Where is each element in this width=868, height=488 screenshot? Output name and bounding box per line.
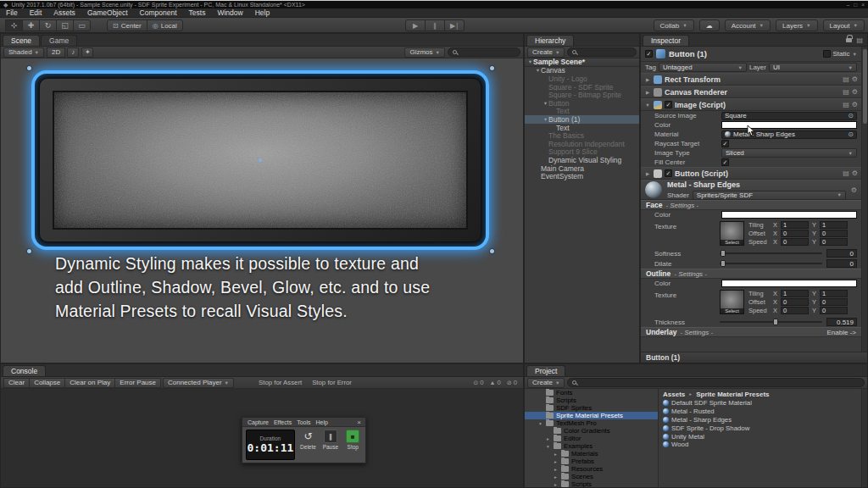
project-folder-item[interactable]: ▸ Editor	[525, 435, 658, 442]
face-color-swatch[interactable]	[721, 211, 857, 219]
uv-y-field[interactable]: 1	[820, 290, 848, 297]
underlay-enable-button[interactable]: Enable ->	[827, 329, 856, 336]
component-enabled-checkbox[interactable]	[665, 101, 672, 108]
layer-dropdown[interactable]: UI▼	[769, 63, 857, 72]
uv-x-field[interactable]: 0	[781, 307, 809, 314]
asset-item[interactable]: Metal - Rusted	[659, 408, 867, 416]
expand-arrow-icon[interactable]: ▸	[553, 467, 559, 472]
hierarchy-create-dropdown[interactable]: Create▼	[527, 47, 565, 58]
console-count-toggle[interactable]: ▲ 0	[490, 379, 501, 386]
expand-arrow-icon[interactable]: ▸	[553, 482, 559, 487]
uv-x-field[interactable]: 1	[781, 290, 809, 297]
menu-item[interactable]: GameObject	[81, 8, 134, 17]
expand-arrow-icon[interactable]: ▸	[553, 459, 559, 464]
asset-item[interactable]: Unity Metal	[659, 432, 867, 441]
hierarchy-item[interactable]: The Basics	[525, 131, 639, 140]
gear-icon[interactable]: ⚙	[852, 88, 858, 96]
slider-track[interactable]	[720, 263, 822, 264]
uv-y-field[interactable]: 0	[820, 298, 848, 306]
scene-effects-dropdown[interactable]: ✦	[81, 47, 93, 58]
close-icon[interactable]: ×	[355, 419, 363, 426]
selection-handle[interactable]	[27, 249, 31, 253]
chevron-down-icon[interactable]: ▼	[853, 52, 857, 57]
component-button[interactable]: ▶ Button (Script) ▤ ⚙	[641, 167, 861, 180]
fill-center-checkbox[interactable]	[721, 158, 729, 166]
uv-y-field[interactable]: 0	[820, 238, 848, 246]
slider-track[interactable]	[720, 252, 822, 254]
hierarchy-item[interactable]: Text	[525, 108, 639, 116]
menu-item[interactable]: Window	[211, 8, 248, 17]
window-control-button[interactable]: –	[847, 2, 850, 8]
console-toolbar-button[interactable]: Collapse	[29, 378, 65, 388]
transform-tool-button[interactable]: ↻	[39, 19, 57, 31]
transform-tool-button[interactable]: ✚	[22, 19, 40, 31]
scrollbar-thumb[interactable]	[863, 49, 867, 124]
uv-x-field[interactable]: 0	[781, 230, 809, 237]
menu-item[interactable]: Tests	[183, 8, 212, 17]
selection-handle[interactable]	[490, 249, 494, 253]
uv-y-field[interactable]: 0	[820, 230, 848, 237]
project-folder-item[interactable]: ▸ Materials	[525, 450, 658, 458]
project-folder-item[interactable]: ▾ Examples	[525, 442, 658, 450]
component-enabled-checkbox[interactable]	[665, 169, 672, 177]
asset-item[interactable]: Wood	[659, 441, 867, 449]
tag-dropdown[interactable]: Untagged▼	[659, 63, 747, 72]
gizmos-dropdown[interactable]: Gizmos▼	[404, 47, 445, 58]
inspector-scrollbar[interactable]	[861, 47, 867, 352]
tab-inspector[interactable]: Inspector	[643, 35, 689, 46]
console-count-toggle[interactable]: ⊙ 0	[473, 379, 483, 386]
scene-viewport[interactable]: Dynamic Styling makes it possible to tex…	[1, 58, 523, 363]
project-folder-item[interactable]: ▸ Scripts	[525, 480, 658, 487]
hierarchy-item[interactable]: Square - Bitmap Sprite	[525, 91, 639, 99]
shader-dropdown[interactable]: Sprites/Sprite SDF▼	[693, 191, 846, 200]
gear-icon[interactable]: ⚙	[852, 75, 858, 83]
pivot-handle[interactable]	[259, 158, 262, 162]
expand-arrow-icon[interactable]: ▼	[535, 68, 541, 73]
object-picker-icon[interactable]: ⊙	[848, 130, 854, 138]
account-dropdown[interactable]: Account▼	[725, 19, 771, 31]
hierarchy-item[interactable]: Square - SDF Sprite	[525, 83, 639, 92]
slider-thumb[interactable]	[721, 250, 726, 257]
slider-value-field[interactable]: 0	[826, 259, 857, 268]
project-folder-item[interactable]: ▸ Resources	[525, 465, 658, 473]
transform-tool-button[interactable]: ◱	[56, 19, 74, 31]
uv-x-field[interactable]: 0	[781, 238, 809, 246]
inspector-menu-icon[interactable]: ▤	[856, 36, 863, 44]
tab-game[interactable]: Game	[41, 35, 77, 46]
component-rect-transform[interactable]: ▶ Rect Transform ▤ ⚙	[641, 73, 861, 86]
static-checkbox[interactable]	[823, 50, 831, 58]
active-checkbox[interactable]	[645, 50, 653, 58]
menu-item[interactable]: Help	[249, 8, 275, 17]
image-type-dropdown[interactable]: Sliced▼	[721, 148, 857, 158]
2d-toggle-button[interactable]: 2D	[47, 47, 65, 58]
gear-icon[interactable]: ⚙	[852, 169, 858, 177]
help-icon[interactable]: ▤	[843, 75, 849, 83]
slider-thumb[interactable]	[721, 260, 726, 267]
console-toolbar-button[interactable]: Error Pause	[114, 378, 161, 388]
project-folder-item[interactable]: Color Gradients	[525, 427, 658, 435]
help-icon[interactable]: ▤	[843, 169, 849, 177]
recorder-menu-item[interactable]: Help	[314, 419, 331, 425]
breadcrumb-root[interactable]: Assets	[663, 391, 685, 398]
expand-arrow-icon[interactable]: ▾	[537, 421, 543, 426]
foldout-arrow-icon[interactable]: ▼	[644, 103, 651, 108]
console-toolbar-button[interactable]: Clear on Play	[64, 378, 115, 388]
expand-arrow-icon[interactable]: ▼	[542, 101, 548, 106]
slider-thumb[interactable]	[773, 319, 778, 325]
outline-settings-band[interactable]: Outline - Settings -	[641, 269, 861, 279]
hierarchy-item[interactable]: Unity - Logo	[525, 75, 639, 83]
project-folder-item[interactable]: ▸ Prefabs	[525, 458, 658, 465]
hierarchy-item[interactable]: Main Camera	[525, 164, 639, 173]
hierarchy-item[interactable]: Resolution Independant	[525, 140, 639, 148]
component-canvas-renderer[interactable]: ▶ Canvas Renderer ▤ ⚙	[641, 86, 861, 98]
recorder-pause-button[interactable]: ∥	[324, 430, 337, 443]
slider-value-field[interactable]: 0	[826, 249, 857, 258]
component-image[interactable]: ▼ Image (Script) ▤ ⚙	[641, 98, 861, 111]
material-field[interactable]: Metal - Sharp Edges⊙	[721, 130, 857, 139]
outline-color-swatch[interactable]	[721, 280, 857, 287]
cloud-button[interactable]: ☁	[699, 19, 720, 31]
uv-y-field[interactable]: 0	[820, 307, 848, 314]
texture-select-button[interactable]: Select	[721, 240, 743, 245]
hierarchy-item[interactable]: Support 9 Slice	[525, 148, 639, 157]
hierarchy-item[interactable]: ▼ Canvas	[525, 67, 639, 75]
